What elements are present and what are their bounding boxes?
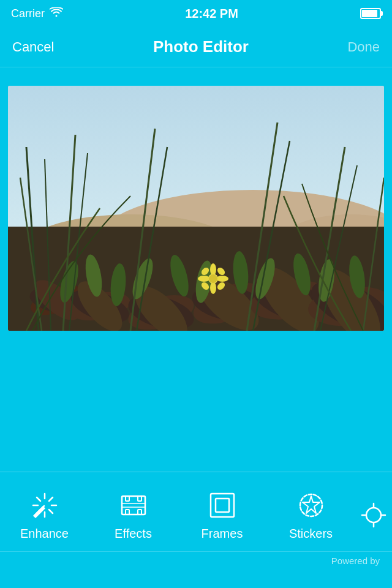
tool-focus[interactable] xyxy=(355,472,392,551)
bottom-toolbar: Enhance Effects xyxy=(0,472,392,570)
svg-point-36 xyxy=(210,282,216,294)
stickers-icon xyxy=(295,489,328,522)
battery-icon xyxy=(360,8,381,19)
effects-icon xyxy=(117,489,150,522)
svg-marker-76 xyxy=(303,496,320,513)
svg-point-37 xyxy=(198,276,210,282)
tools-row: Enhance Effects xyxy=(0,472,392,551)
frames-icon xyxy=(206,489,239,522)
powered-by-row: Powered by xyxy=(0,551,392,570)
tool-stickers[interactable]: Stickers xyxy=(266,472,355,551)
svg-point-38 xyxy=(216,276,228,282)
powered-by-label: Powered by xyxy=(331,556,380,566)
svg-line-62 xyxy=(49,497,53,501)
status-time: 12:42 PM xyxy=(185,7,238,21)
carrier-label: Carrier xyxy=(11,7,45,20)
photo-display[interactable] xyxy=(8,86,384,331)
nav-bar: Cancel Photo Editor Done xyxy=(0,27,392,67)
status-bar: Carrier 12:42 PM xyxy=(0,0,392,27)
photo-canvas xyxy=(8,86,384,331)
stickers-label: Stickers xyxy=(289,527,333,541)
svg-rect-74 xyxy=(216,499,229,512)
svg-marker-65 xyxy=(33,506,45,518)
tool-effects[interactable]: Effects xyxy=(89,472,178,551)
frames-label: Frames xyxy=(202,527,243,541)
svg-point-35 xyxy=(210,263,216,276)
photo-editing-area xyxy=(0,67,392,472)
enhance-label: Enhance xyxy=(20,527,69,541)
wifi-icon xyxy=(50,7,63,20)
svg-rect-73 xyxy=(211,494,234,517)
tool-enhance[interactable]: Enhance xyxy=(0,472,89,551)
enhance-icon xyxy=(28,489,61,522)
focus-icon xyxy=(357,499,390,532)
cancel-button[interactable]: Cancel xyxy=(12,39,54,55)
svg-line-60 xyxy=(37,497,40,501)
svg-point-77 xyxy=(366,508,381,522)
done-button[interactable]: Done xyxy=(347,39,380,55)
svg-point-43 xyxy=(209,274,217,283)
effects-label: Effects xyxy=(115,527,152,541)
tool-frames[interactable]: Frames xyxy=(178,472,266,551)
svg-line-61 xyxy=(49,510,53,513)
page-title: Photo Editor xyxy=(153,37,249,56)
